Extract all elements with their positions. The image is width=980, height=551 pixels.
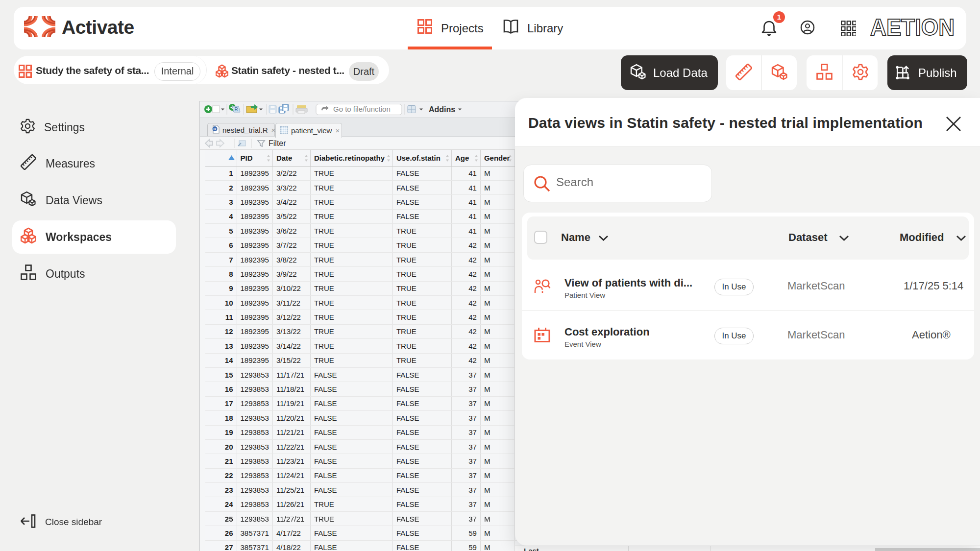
svg-text:Go to file/function: Go to file/function — [333, 105, 391, 113]
svg-text:R: R — [234, 107, 238, 112]
svg-text:Filter: Filter — [269, 139, 286, 147]
svg-text:AETION: AETION — [870, 16, 955, 37]
svg-text:Addins: Addins — [429, 105, 455, 114]
svg-text:R: R — [214, 127, 217, 131]
